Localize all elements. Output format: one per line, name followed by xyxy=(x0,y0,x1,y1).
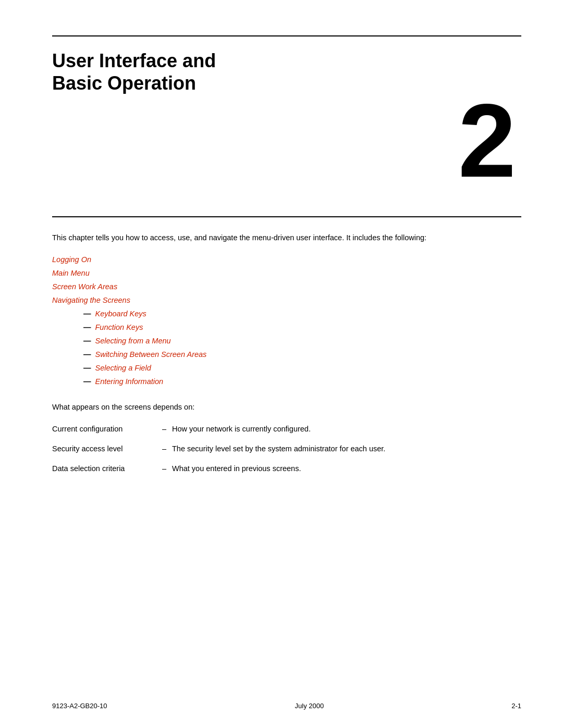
dash-icon: — xyxy=(83,364,91,372)
info-row-security: Security access level – The security lev… xyxy=(52,443,521,455)
info-value-config: How your network is currently configured… xyxy=(172,424,521,435)
dash-icon: — xyxy=(83,377,91,386)
footer-doc-number: 9123-A2-GB20-10 xyxy=(52,702,107,710)
footer: 9123-A2-GB20-10 July 2000 2-1 xyxy=(52,702,521,710)
toc-link-selecting-menu[interactable]: Selecting from a Menu xyxy=(95,337,171,345)
toc-item-indent[interactable]: — Switching Between Screen Areas xyxy=(52,350,521,359)
info-label-config: Current configuration xyxy=(52,424,156,435)
top-rule xyxy=(52,35,521,36)
chapter-number: 2 xyxy=(458,89,516,193)
info-value-data: What you entered in previous screens. xyxy=(172,463,521,475)
mid-rule xyxy=(52,216,521,217)
info-label-data: Data selection criteria xyxy=(52,463,156,475)
footer-page-number: 2-1 xyxy=(511,702,521,710)
dash-icon: — xyxy=(83,350,91,359)
toc-link-keyboard-keys[interactable]: Keyboard Keys xyxy=(95,310,146,318)
chapter-title-line1: User Interface and xyxy=(52,50,216,71)
info-row-config: Current configuration – How your network… xyxy=(52,424,521,435)
info-value-security: The security level set by the system adm… xyxy=(172,443,521,455)
body-content: This chapter tells you how to access, us… xyxy=(52,232,521,483)
dash-icon: — xyxy=(83,337,91,345)
toc-link-screen-work-areas[interactable]: Screen Work Areas xyxy=(52,282,117,291)
toc-item[interactable]: Navigating the Screens xyxy=(52,296,521,304)
toc-item-indent[interactable]: — Keyboard Keys xyxy=(52,310,521,318)
toc-link-function-keys[interactable]: Function Keys xyxy=(95,323,143,331)
info-dash-security: – xyxy=(156,443,172,455)
chapter-title-line2: Basic Operation xyxy=(52,72,196,94)
toc-link-entering-information[interactable]: Entering Information xyxy=(95,377,164,386)
toc-item-indent[interactable]: — Entering Information xyxy=(52,377,521,386)
footer-date: July 2000 xyxy=(295,702,324,710)
toc-item-indent[interactable]: — Function Keys xyxy=(52,323,521,331)
toc-item-indent[interactable]: — Selecting from a Menu xyxy=(52,337,521,345)
info-table: Current configuration – How your network… xyxy=(52,424,521,474)
toc-item-indent[interactable]: — Selecting a Field xyxy=(52,364,521,372)
toc-item[interactable]: Logging On xyxy=(52,255,521,264)
toc-link-logging-on[interactable]: Logging On xyxy=(52,255,91,264)
dash-icon: — xyxy=(83,310,91,318)
chapter-title: User Interface and Basic Operation xyxy=(52,50,216,94)
toc-link-switching-screens[interactable]: Switching Between Screen Areas xyxy=(95,350,207,359)
info-dash-data: – xyxy=(156,463,172,475)
toc-link-navigating-screens[interactable]: Navigating the Screens xyxy=(52,296,130,304)
intro-text: This chapter tells you how to access, us… xyxy=(52,232,521,244)
toc-list: Logging On Main Menu Screen Work Areas N… xyxy=(52,255,521,386)
info-row-data: Data selection criteria – What you enter… xyxy=(52,463,521,475)
info-dash-config: – xyxy=(156,424,172,435)
page: User Interface and Basic Operation 2 Thi… xyxy=(0,0,563,728)
toc-item[interactable]: Screen Work Areas xyxy=(52,282,521,291)
dash-icon: — xyxy=(83,323,91,331)
info-label-security: Security access level xyxy=(52,443,156,455)
screens-depends-text: What appears on the screens depends on: xyxy=(52,401,521,413)
toc-item[interactable]: Main Menu xyxy=(52,269,521,277)
toc-link-main-menu[interactable]: Main Menu xyxy=(52,269,90,277)
toc-link-selecting-field[interactable]: Selecting a Field xyxy=(95,364,151,372)
